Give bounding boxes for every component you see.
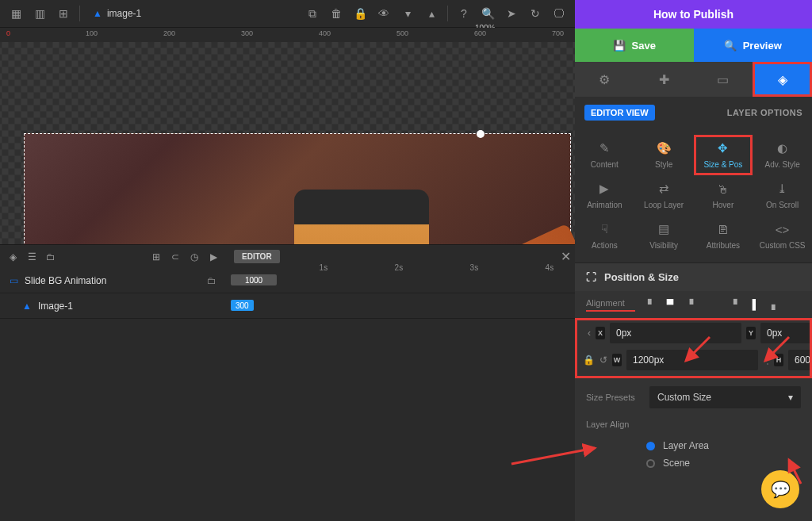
magnet-icon[interactable]: ⊂	[167, 249, 183, 265]
tab-slide[interactable]: ▭	[694, 62, 753, 97]
tool-attributes[interactable]: 🖹Attributes	[694, 216, 753, 256]
layer-options-label[interactable]: LAYER OPTIONS	[727, 108, 802, 117]
alignment-row: Alignment ▘ ▀ ▝ ▘ ▌ ▖	[575, 291, 812, 318]
gear-icon: ⚙	[599, 72, 610, 87]
layer-align-row: Layer Align	[575, 416, 812, 437]
add-panel-icon[interactable]: ⊞	[52, 2, 75, 25]
chat-fab[interactable]: 💬	[761, 470, 799, 508]
radio-layer-area[interactable]: Layer Area	[575, 437, 812, 454]
grid-icon[interactable]: ▦	[5, 2, 27, 25]
reset-icon[interactable]: ↺	[599, 354, 607, 366]
tool-hover[interactable]: 🖱Hover	[694, 175, 753, 216]
resize-handle[interactable]	[477, 130, 485, 138]
tool-visibility[interactable]: ▤Visibility	[634, 216, 694, 256]
lock-icon[interactable]: 🔒	[349, 2, 371, 25]
radio-dot-icon	[646, 442, 655, 450]
tool-custom-css[interactable]: <>Custom CSS	[753, 216, 812, 256]
layers-icon: ◈	[778, 72, 787, 87]
y-input[interactable]	[760, 323, 812, 343]
canvas[interactable]: Blue Ridge Hemp Co CBD Infused Gel Net W…	[0, 42, 575, 244]
timeline-chip[interactable]: 1000	[231, 274, 277, 285]
image-icon: ▭	[717, 72, 729, 87]
list-icon[interactable]: ☰	[24, 249, 40, 265]
columns-icon[interactable]: ▥	[29, 2, 51, 25]
tool-on-scroll[interactable]: ⤓On Scroll	[753, 175, 812, 216]
pointer-icon[interactable]: ➤	[500, 2, 523, 25]
arrow-left-icon[interactable]: ‹	[588, 328, 591, 339]
timeline-row-bg[interactable]: ▭ Slide BG Animation 🗀 1000	[0, 268, 575, 293]
visibility-icon[interactable]: 👁	[373, 2, 395, 25]
redo-icon[interactable]: ↻	[524, 2, 546, 25]
tool-actions[interactable]: ☟Actions	[575, 216, 634, 256]
radio-scene[interactable]: Scene	[575, 454, 812, 472]
editor-badge: EDITOR	[234, 250, 280, 263]
lock-icon[interactable]: 🔒	[583, 354, 595, 366]
grid-snap-icon[interactable]: ⊞	[148, 249, 164, 265]
right-panel: How to Publish 💾 Save 🔍 Preview ⚙ ✚ ▭ ◈ …	[575, 0, 812, 521]
search-icon: 🔍	[724, 40, 737, 52]
radio-dot-icon	[646, 459, 655, 468]
tab-layers[interactable]: ◈	[753, 62, 812, 97]
layer-align-label: Layer Align	[586, 419, 642, 429]
layers-icon[interactable]: ◈	[5, 249, 21, 265]
dropdown-icon[interactable]: ▾	[396, 2, 419, 25]
section-position-size[interactable]: ⛶ Position & Size	[575, 262, 812, 291]
mountain-icon: ▲	[93, 8, 102, 19]
align-left-icon[interactable]: ▘	[643, 297, 659, 312]
slide-icon: ▭	[10, 275, 18, 286]
selected-image-layer[interactable]: Blue Ridge Hemp Co CBD Infused Gel Net W…	[24, 133, 571, 244]
tab-navigation[interactable]: ✚	[634, 62, 694, 97]
tool-style[interactable]: 🎨Style	[634, 135, 694, 175]
x-input[interactable]	[610, 323, 741, 343]
tool-size-pos[interactable]: ✥Size & Pos	[694, 135, 753, 175]
timeline-chip[interactable]: 300	[231, 300, 254, 311]
help-icon[interactable]: ?	[453, 2, 475, 25]
chat-icon: 💬	[771, 480, 791, 499]
move-icon: ✥	[718, 141, 728, 155]
screen-icon[interactable]: 🖵	[548, 2, 570, 25]
align-center-icon[interactable]: ▀	[662, 297, 678, 312]
mountain-icon: ▲	[22, 301, 32, 312]
row-label: Image-1	[38, 301, 73, 312]
palette-icon: 🎨	[657, 141, 672, 155]
alignment-label: Alignment	[586, 298, 635, 312]
zoom-icon[interactable]: 🔍 100%	[477, 2, 499, 25]
height-input[interactable]	[788, 350, 812, 370]
tool-content[interactable]: ✎Content	[575, 135, 634, 175]
expand-icon: ⛶	[586, 271, 596, 283]
up-icon[interactable]: ▴	[420, 2, 442, 25]
align-top-icon[interactable]: ▘	[729, 297, 745, 312]
align-bottom-icon[interactable]: ▖	[767, 297, 783, 312]
tool-loop-layer[interactable]: ⇄Loop Layer	[634, 175, 694, 216]
delete-icon[interactable]: 🗑	[325, 2, 347, 25]
tool-grid: ✎Content 🎨Style ✥Size & Pos ◐Adv. Style …	[575, 128, 812, 262]
folder-icon[interactable]: 🗀	[43, 249, 59, 265]
close-icon[interactable]: ✕	[556, 249, 575, 264]
tab-image-1[interactable]: ▲ image-1	[85, 8, 149, 19]
tool-adv-style[interactable]: ◐Adv. Style	[753, 135, 812, 175]
save-icon: 💾	[613, 40, 626, 52]
size-presets-select[interactable]: Custom Size ▾	[649, 386, 801, 408]
copy-icon[interactable]: ⧉	[301, 2, 324, 25]
width-input[interactable]	[626, 350, 758, 370]
play-icon[interactable]: ▶	[205, 249, 221, 265]
folder-icon[interactable]: 🗀	[207, 275, 216, 286]
timeline-row-image[interactable]: ▲ Image-1 300	[0, 293, 575, 319]
stopwatch-icon[interactable]: ◷	[186, 249, 202, 265]
panel-tabs: ⚙ ✚ ▭ ◈	[575, 62, 812, 97]
howto-publish-bar[interactable]: How to Publish	[575, 0, 812, 29]
row-label: Slide BG Animation	[25, 275, 106, 286]
pencil-icon: ✎	[599, 141, 610, 155]
more-icon[interactable]: ⋮	[763, 354, 769, 366]
editor-view-badge[interactable]: EDITOR VIEW	[584, 105, 655, 121]
save-button[interactable]: 💾 Save	[575, 29, 694, 62]
horizontal-ruler: 0 100 200 300 400 500 600 700	[0, 28, 575, 42]
align-right-icon[interactable]: ▝	[681, 297, 697, 312]
plus-icon: ✚	[659, 72, 669, 87]
align-middle-icon[interactable]: ▌	[748, 297, 764, 312]
tool-animation[interactable]: ▶Animation	[575, 175, 634, 216]
tab-settings[interactable]: ⚙	[575, 62, 634, 97]
preview-button[interactable]: 🔍 Preview	[694, 29, 813, 62]
document-icon: 🖹	[717, 223, 729, 236]
code-icon: <>	[776, 223, 790, 236]
